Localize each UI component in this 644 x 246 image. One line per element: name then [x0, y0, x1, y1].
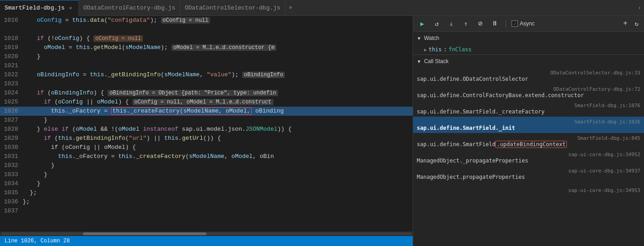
add-watch-button[interactable]: +: [621, 20, 629, 28]
callstack-func: sap.ui.define.SmartField._init: [417, 125, 640, 131]
line-content: if (oConfig || oModel) {oConfig = null, …: [23, 98, 413, 107]
line-number: 1031: [0, 152, 23, 161]
right-panel: ▶ ↺ ⇓ ⇑ ⊘ ⏸ Async + ↻ ▼ Watch ▶: [413, 16, 644, 246]
code-line: 1031 this._oFactory = this._createFactor…: [0, 152, 413, 161]
callstack-func: ManagedObject.propagateProperties: [417, 174, 640, 180]
line-number: 1019: [0, 43, 23, 52]
code-line: 1036};: [0, 197, 413, 207]
callstack-header[interactable]: ▼ Call Stack: [413, 55, 644, 68]
line-number: 1034: [0, 179, 23, 188]
callstack-file: SmartField-dbg.js:1026: [417, 119, 640, 125]
code-line: [0, 25, 413, 34]
code-line: 1037: [0, 207, 413, 216]
tab-bar-left: SmartField-dbg.js ✕ ODataControlFactory-…: [0, 0, 635, 16]
watch-section: ▼ Watch ▶ this : fnClass: [413, 32, 644, 55]
step-over-button[interactable]: ↺: [431, 18, 442, 29]
line-number: 1018: [0, 34, 23, 43]
horizontal-scrollbar[interactable]: [0, 231, 413, 236]
async-option: Async: [512, 20, 535, 27]
tab-overflow-button[interactable]: »: [285, 0, 296, 16]
watch-item-this[interactable]: ▶ this : fnClass: [413, 44, 644, 54]
tab-smartfield[interactable]: SmartField-dbg.js ✕: [0, 0, 79, 16]
callstack-title: Call Stack: [424, 58, 449, 64]
scroll-thumb[interactable]: [83, 232, 206, 235]
code-line: 1024 if (oBindingInfo) {oBindingInfo = O…: [0, 89, 413, 98]
line-content: oBindingInfo = this._getBindingInfo(sMod…: [23, 70, 413, 79]
callstack-item[interactable]: sap-ui-core-dbg.js:34937ManagedObject.pr…: [413, 166, 644, 182]
right-panel-scroll[interactable]: ▼ Watch ▶ this : fnClass ▼ Call Stack: [413, 32, 644, 246]
watch-item-arrow: ▶: [424, 47, 427, 52]
callstack-item[interactable]: SmartField-dbg.js:1076sap.ui.define.Smar…: [413, 100, 644, 117]
line-number: 1036: [0, 197, 23, 207]
watch-header[interactable]: ▼ Watch: [413, 32, 644, 44]
line-number: 1023: [0, 79, 23, 89]
line-number: 1026: [0, 107, 23, 116]
watch-item-key: this: [429, 46, 442, 53]
callstack-func: sap.ui.define.ODataControlSelector: [417, 76, 640, 82]
tab-close-smartfield[interactable]: ✕: [68, 5, 74, 11]
line-number: 1021: [0, 61, 23, 70]
step-into-button[interactable]: ⇓: [446, 18, 457, 29]
tab-nav-right[interactable]: ›: [635, 0, 644, 16]
tab-odataselector[interactable]: ODataControlSelector-dbg.js: [180, 0, 285, 16]
callstack-item[interactable]: ODataControlFactory-dbg.js:72sap.ui.defi…: [413, 84, 644, 100]
code-line: 1027 }: [0, 116, 413, 125]
watch-title: Watch: [424, 35, 439, 41]
line-number: 1020: [0, 52, 23, 61]
tab-odatacontrol[interactable]: ODataControlFactory-dbg.js: [79, 0, 181, 16]
code-line: 1032 }: [0, 161, 413, 170]
callstack-item[interactable]: ODataControlSelector-dbg.js:33sap.ui.def…: [413, 68, 644, 84]
code-line: 1030 if (oConfig || oModel) {: [0, 143, 413, 152]
tab-label-smartfield: SmartField-dbg.js: [5, 5, 65, 11]
toolbar-separator: [506, 20, 506, 27]
step-out-button[interactable]: ⇑: [460, 18, 471, 29]
scroll-track: [1, 232, 412, 235]
line-content: };: [23, 197, 413, 207]
line-number: 1022: [0, 70, 23, 79]
line-number: 1037: [0, 207, 23, 216]
code-line: 1020 }: [0, 52, 413, 61]
code-line: 1018 if (!oConfig) {oConfig = null: [0, 34, 413, 43]
refresh-button[interactable]: ↻: [633, 20, 640, 28]
line-content: this._oFactory = this._createFactory(sMo…: [23, 152, 413, 161]
code-line: 1022 oBindingInfo = this._getBindingInfo…: [0, 70, 413, 79]
line-number: 1029: [0, 134, 23, 143]
code-line: 1033 }: [0, 170, 413, 179]
main-area: 1016 oConfig = this.data("configdata");o…: [0, 16, 644, 246]
editor-inner: 1016 oConfig = this.data("configdata");o…: [0, 16, 413, 231]
line-content: this._oFactory = this._createFactory(sMo…: [23, 107, 413, 116]
callstack-item[interactable]: sap-ui-core-dbg.js:34953: [413, 182, 644, 198]
callstack-func: ManagedObject._propagateProperties: [417, 157, 640, 164]
pause-button[interactable]: ⏸: [489, 18, 500, 29]
callstack-item[interactable]: SmartField-dbg.js:1026sap.ui.define.Smar…: [413, 117, 644, 133]
deactivate-button[interactable]: ⊘: [475, 18, 486, 29]
selected-code: this._createFactory(sModelName, oModel,: [111, 107, 252, 115]
callstack-item[interactable]: sap-ui-core-dbg.js:34952ManagedObject._p…: [413, 149, 644, 166]
watch-item-colon: :: [444, 46, 447, 53]
callstack-list: ODataControlSelector-dbg.js:33sap.ui.def…: [413, 68, 644, 246]
line-number: 1024: [0, 89, 23, 98]
code-lines-wrapper: 1016 oConfig = this.data("configdata");o…: [0, 16, 413, 231]
code-line: 1025 if (oConfig || oModel) {oConfig = n…: [0, 98, 413, 107]
callstack-item[interactable]: SmartField-dbg.js:845sap.ui.define.Smart…: [413, 133, 644, 149]
continue-button[interactable]: ▶: [417, 18, 428, 29]
line-content: }: [23, 170, 413, 179]
code-line: 1023: [0, 79, 413, 89]
line-content: };: [23, 188, 413, 197]
async-checkbox[interactable]: [512, 20, 518, 27]
watch-item-value: fnClass: [449, 46, 472, 53]
status-bar: Line 1026, Column 28: [0, 236, 413, 246]
tab-bar: SmartField-dbg.js ✕ ODataControlFactory-…: [0, 0, 644, 16]
boxed-func-part: .updateBindingContext: [495, 141, 567, 148]
callstack-func: sap.ui.define.SmartField._createFactory: [417, 108, 640, 115]
callstack-file: SmartField-dbg.js:845: [417, 135, 640, 141]
callstack-file: sap-ui-core-dbg.js:34937: [417, 168, 640, 174]
callstack-file: sap-ui-core-dbg.js:34952: [417, 152, 640, 157]
watch-arrow-icon: ▼: [417, 36, 421, 41]
line-content: if (!oConfig) {oConfig = null: [23, 34, 413, 43]
line-content: }: [23, 161, 413, 170]
code-line: 1035 };: [0, 188, 413, 197]
line-number: 1028: [0, 125, 23, 134]
code-line: 1021: [0, 61, 413, 70]
line-number: 1016: [0, 16, 23, 25]
